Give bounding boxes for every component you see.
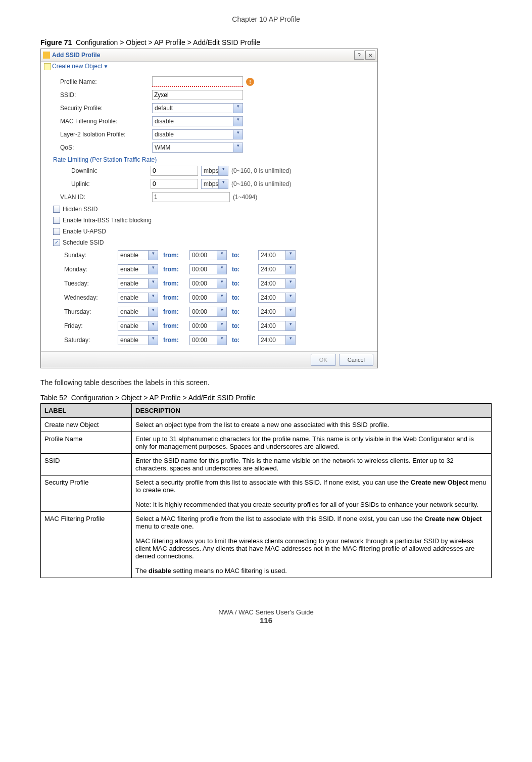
vlan-id-input[interactable] [152, 192, 230, 202]
schedule-row: Saturday:enable▾from:00:00▾to:24:00▾ [64, 333, 372, 347]
schedule-from-label: from: [163, 294, 189, 301]
schedule-from-select[interactable]: 00:00▾ [189, 321, 227, 331]
schedule-enable-select[interactable]: enable▾ [118, 264, 158, 274]
schedule-to-select[interactable]: 24:00▾ [258, 335, 296, 345]
schedule-day-label: Thursday: [64, 308, 118, 315]
table-row: SSID Enter the SSID name for this profil… [41, 453, 492, 475]
ssid-label: SSID: [60, 91, 152, 99]
dialog-title-bar: Add SSID Profile ? ✕ [41, 49, 377, 62]
schedule-to-select[interactable]: 24:00▾ [258, 321, 296, 331]
schedule-row: Monday:enable▾from:00:00▾to:24:00▾ [64, 262, 372, 276]
hidden-ssid-checkbox[interactable] [53, 206, 60, 213]
schedule-from-label: from: [163, 280, 189, 287]
table-row: Create new Object Select an object type … [41, 417, 492, 432]
profile-name-label: Profile Name: [60, 78, 152, 85]
chevron-down-icon: ▾ [217, 336, 226, 345]
uapsd-checkbox[interactable] [53, 228, 60, 235]
schedule-to-label: to: [232, 294, 258, 301]
labels-table: LABEL DESCRIPTION Create new Object Sele… [40, 403, 492, 578]
chevron-down-icon: ▾ [285, 336, 295, 345]
schedule-from-select[interactable]: 00:00▾ [189, 250, 227, 260]
dialog-button-bar: OK Cancel [41, 351, 377, 368]
table-cell-desc: Select an object type from the list to c… [132, 417, 492, 432]
chevron-down-icon: ▾ [233, 104, 243, 113]
rate-limiting-title: Rate Limiting (Per Station Traffic Rate) [53, 156, 372, 163]
table-caption-label: Table 52 [40, 394, 67, 402]
object-icon [44, 63, 51, 70]
chevron-down-icon: ▾ [285, 293, 295, 302]
uplink-label: Uplink: [60, 180, 151, 187]
schedule-enable-select[interactable]: enable▾ [118, 307, 158, 317]
ok-button[interactable]: OK [311, 354, 336, 366]
chevron-down-icon: ▾ [285, 321, 295, 330]
schedule-enable-select[interactable]: enable▾ [118, 278, 158, 289]
chevron-down-icon: ▾ [233, 130, 243, 139]
schedule-to-select[interactable]: 24:00▾ [258, 250, 296, 260]
schedule-to-label: to: [232, 308, 258, 315]
schedule-to-label: to: [232, 337, 258, 344]
chevron-down-icon: ▾ [217, 265, 226, 274]
schedule-to-select[interactable]: 24:00▾ [258, 264, 296, 274]
chevron-down-icon: ▾ [233, 143, 243, 152]
l2-isolation-label: Layer-2 Isolation Profile: [60, 131, 152, 138]
ssid-input[interactable] [152, 90, 243, 100]
chevron-down-icon: ▾ [148, 293, 158, 302]
schedule-enable-select[interactable]: enable▾ [118, 321, 158, 331]
help-icon[interactable]: ? [354, 51, 364, 60]
schedule-from-select[interactable]: 00:00▾ [189, 264, 227, 274]
security-profile-select[interactable]: default▾ [152, 103, 243, 113]
profile-name-input[interactable] [152, 76, 243, 87]
schedule-day-label: Monday: [64, 266, 118, 273]
l2-isolation-select[interactable]: disable▾ [152, 129, 243, 139]
table-cell-desc: Select a MAC filtering profile from the … [132, 511, 492, 578]
schedule-to-select[interactable]: 24:00▾ [258, 307, 296, 317]
schedule-enable-select[interactable]: enable▾ [118, 250, 158, 260]
schedule-from-select[interactable]: 00:00▾ [189, 335, 227, 345]
schedule-row: Thursday:enable▾from:00:00▾to:24:00▾ [64, 305, 372, 319]
schedule-from-select[interactable]: 00:00▾ [189, 278, 227, 289]
schedule-from-select[interactable]: 00:00▾ [189, 307, 227, 317]
schedule-to-select[interactable]: 24:00▾ [258, 278, 296, 289]
chevron-down-icon: ▾ [148, 336, 158, 345]
chevron-down-icon: ▾ [285, 251, 295, 260]
chevron-down-icon: ▾ [148, 265, 158, 274]
uplink-unit-select[interactable]: mbps▾ [201, 179, 228, 189]
table-row: MAC Filtering Profile Select a MAC filte… [41, 511, 492, 578]
downlink-input[interactable] [151, 166, 198, 176]
table-cell-label: Security Profile [41, 475, 132, 511]
table-row: Profile Name Enter up to 31 alphanumeric… [41, 432, 492, 453]
schedule-enable-select[interactable]: enable▾ [118, 293, 158, 303]
cancel-button[interactable]: Cancel [339, 354, 373, 366]
qos-select[interactable]: WMM▾ [152, 142, 243, 153]
dialog-title: Add SSID Profile [52, 52, 353, 59]
chevron-down-icon: ▾ [217, 307, 226, 316]
chevron-down-icon: ▾ [217, 293, 226, 302]
add-ssid-dialog: Add SSID Profile ? ✕ Create new Object▼ … [40, 49, 378, 368]
table-cell-label: Create new Object [41, 417, 132, 432]
table-cell-desc: Enter the SSID name for this profile. Th… [132, 453, 492, 475]
schedule-ssid-label: Schedule SSID [63, 239, 104, 246]
schedule-to-select[interactable]: 24:00▾ [258, 293, 296, 303]
schedule-to-label: to: [232, 252, 258, 259]
page-footer: NWA / WAC Series User's Guide 116 [40, 608, 492, 625]
schedule-ssid-checkbox[interactable]: ✓ [53, 239, 60, 246]
schedule-day-label: Friday: [64, 322, 118, 329]
mac-filtering-select[interactable]: disable▾ [152, 116, 243, 126]
downlink-label: Downlink: [60, 167, 151, 174]
downlink-hint: (0~160, 0 is unlimited) [231, 167, 291, 174]
close-icon[interactable]: ✕ [365, 51, 375, 60]
create-new-object-menu[interactable]: Create new Object▼ [41, 62, 377, 71]
uplink-hint: (0~160, 0 is unlimited) [231, 180, 291, 187]
bee-icon [43, 52, 50, 59]
schedule-enable-select[interactable]: enable▾ [118, 335, 158, 345]
chevron-down-icon: ▾ [148, 307, 158, 316]
schedule-from-label: from: [163, 308, 189, 315]
uplink-input[interactable] [151, 179, 198, 189]
intra-bss-checkbox[interactable] [53, 217, 60, 224]
schedule-from-select[interactable]: 00:00▾ [189, 293, 227, 303]
schedule-block: Sunday:enable▾from:00:00▾to:24:00▾Monday… [64, 248, 372, 347]
table-row: Security Profile Select a security profi… [41, 475, 492, 511]
security-note: Note: It is highly recommended that you … [135, 501, 488, 508]
downlink-unit-select[interactable]: mbps▾ [201, 166, 228, 176]
schedule-from-label: from: [163, 266, 189, 273]
